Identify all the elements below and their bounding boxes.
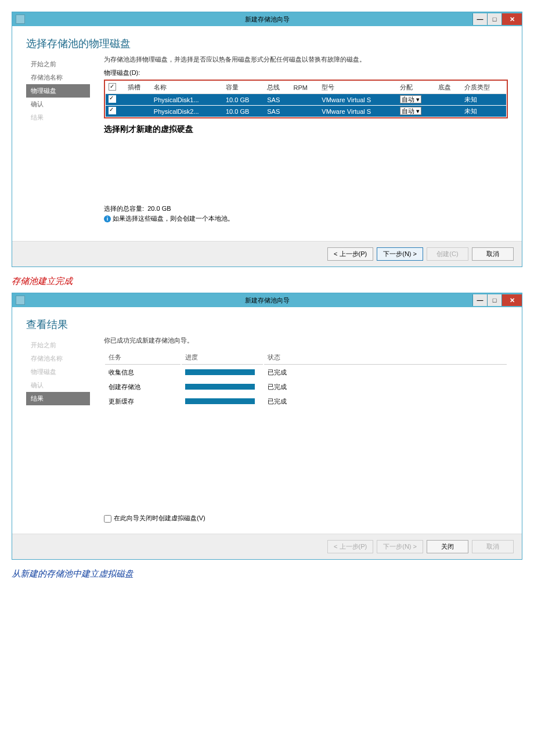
progress-bar <box>185 398 255 404</box>
col-slot[interactable]: 插槽 <box>125 81 151 94</box>
page-heading: 选择存储池的物理磁盘 <box>26 37 508 51</box>
wizard-steps-sidebar: 开始之前 存储池名称 物理磁盘 确认 结果 <box>26 55 90 234</box>
wizard-window-results: 新建存储池向导 — □ ✕ 查看结果 开始之前 存储池名称 物理磁盘 确认 结果… <box>12 293 522 560</box>
wizard-window-disks: 新建存储池向导 — □ ✕ 选择存储池的物理磁盘 开始之前 存储池名称 物理磁盘… <box>12 12 522 267</box>
window-title: 新建存储池向导 <box>245 296 290 305</box>
prev-button: < 上一步(P) <box>327 540 373 553</box>
cancel-button: 取消 <box>472 540 514 553</box>
alloc-dropdown[interactable]: 自动 ▾ <box>400 95 421 103</box>
prev-button[interactable]: < 上一步(P) <box>327 247 373 261</box>
col-bus[interactable]: 总线 <box>264 81 290 94</box>
results-table: 任务 进度 状态 收集信息 已完成 创建存储池 <box>104 350 508 409</box>
step-before[interactable]: 开始之前 <box>26 57 90 71</box>
col-task: 任务 <box>105 351 181 365</box>
maximize-button[interactable]: □ <box>487 13 501 25</box>
button-bar: < 上一步(P) 下一步(N) > 创建(C) 取消 <box>12 241 522 267</box>
create-vdisk-checkbox-row: 在此向导关闭时创建虚拟磁盘(V) <box>104 514 508 523</box>
result-row: 更新缓存 已完成 <box>105 395 507 408</box>
page-heading: 查看结果 <box>26 318 508 332</box>
instruction-text: 为存储池选择物理磁盘，并选择是否应以热备用磁盘形式分配任何磁盘以替换有故障的磁盘… <box>104 55 508 64</box>
info-note: i如果选择这些磁盘，则会创建一个本地池。 <box>104 214 508 223</box>
info-icon: i <box>104 215 111 222</box>
maximize-button[interactable]: □ <box>487 294 501 306</box>
minimize-button[interactable]: — <box>472 294 487 306</box>
app-icon <box>16 15 25 24</box>
button-bar: < 上一步(P) 下一步(N) > 关闭 取消 <box>12 534 522 559</box>
close-button[interactable]: ✕ <box>501 294 522 306</box>
disk-row-2[interactable]: PhysicalDisk2... 10.0 GB SAS VMware Virt… <box>106 106 506 117</box>
progress-bar <box>185 384 255 390</box>
col-capacity[interactable]: 容量 <box>223 81 264 94</box>
step-results: 结果 <box>26 392 90 405</box>
col-progress: 进度 <box>182 351 263 365</box>
window-title: 新建存储池向导 <box>245 15 290 24</box>
total-capacity: 选择的总容量: 20.0 GB <box>104 204 508 213</box>
result-row: 收集信息 已完成 <box>105 366 507 379</box>
result-row: 创建存储池 已完成 <box>105 380 507 394</box>
create-button: 创建(C) <box>427 247 468 261</box>
success-message: 你已成功完成新建存储池向导。 <box>104 336 508 345</box>
annotation-text: 选择刚才新建的虚拟硬盘 <box>104 124 508 135</box>
col-chassis[interactable]: 底盘 <box>435 81 461 94</box>
disk-table-highlight: 插槽 名称 容量 总线 RPM 型号 分配 底盘 介质类型 <box>104 80 508 118</box>
next-button[interactable]: 下一步(N) > <box>377 247 423 261</box>
step-physical-disks[interactable]: 物理磁盘 <box>26 84 90 98</box>
col-check[interactable] <box>106 81 125 94</box>
step-before: 开始之前 <box>26 339 90 352</box>
progress-bar <box>185 369 255 375</box>
alloc-dropdown[interactable]: 自动 ▾ <box>400 107 421 115</box>
disk-table: 插槽 名称 容量 总线 RPM 型号 分配 底盘 介质类型 <box>106 81 506 117</box>
titlebar[interactable]: 新建存储池向导 — □ ✕ <box>12 293 522 307</box>
next-button: 下一步(N) > <box>377 540 423 553</box>
col-status: 状态 <box>264 351 507 365</box>
cancel-button[interactable]: 取消 <box>472 247 514 261</box>
disk-row-1[interactable]: PhysicalDisk1... 10.0 GB SAS VMware Virt… <box>106 94 506 106</box>
close-wizard-button[interactable]: 关闭 <box>427 540 468 553</box>
disk-checkbox[interactable] <box>109 107 116 114</box>
app-icon <box>16 296 25 305</box>
step-pool-name[interactable]: 存储池名称 <box>26 71 90 84</box>
minimize-button[interactable]: — <box>472 13 487 25</box>
caption-create-vdisk: 从新建的存储池中建立虚拟磁盘 <box>12 568 522 579</box>
step-results: 结果 <box>26 111 90 124</box>
col-alloc[interactable]: 分配 <box>397 81 436 94</box>
step-pool-name: 存储池名称 <box>26 352 90 365</box>
disks-label: 物理磁盘(D): <box>104 69 508 77</box>
step-confirm[interactable]: 确认 <box>26 98 90 111</box>
caption-pool-done: 存储池建立完成 <box>12 276 522 287</box>
col-media[interactable]: 介质类型 <box>461 81 506 94</box>
col-rpm[interactable]: RPM <box>291 81 319 94</box>
step-confirm: 确认 <box>26 379 90 392</box>
titlebar[interactable]: 新建存储池向导 — □ ✕ <box>12 12 522 26</box>
create-vdisk-checkbox[interactable] <box>104 515 111 523</box>
close-button[interactable]: ✕ <box>501 13 522 25</box>
disk-checkbox[interactable] <box>109 95 116 103</box>
step-physical-disks: 物理磁盘 <box>26 365 90 379</box>
col-name[interactable]: 名称 <box>151 81 223 94</box>
col-model[interactable]: 型号 <box>319 81 396 94</box>
wizard-steps-sidebar: 开始之前 存储池名称 物理磁盘 确认 结果 <box>26 336 90 527</box>
